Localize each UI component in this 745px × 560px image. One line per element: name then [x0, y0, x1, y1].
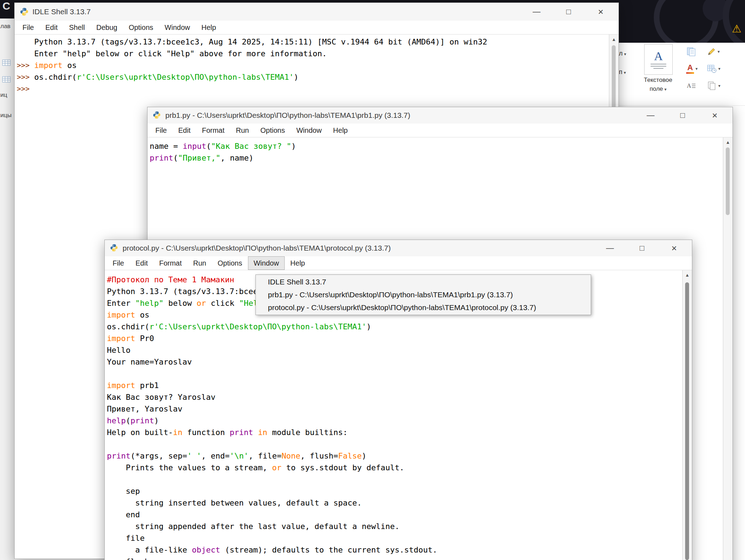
maximize-button[interactable]: □: [637, 240, 647, 256]
code-text: import os: [34, 59, 77, 71]
close-button[interactable]: ×: [710, 107, 720, 124]
code-text: name = input("Как Вас зовут? "): [150, 140, 296, 152]
menu-run[interactable]: Run: [187, 256, 212, 270]
window-title: prb1.py - C:\Users\uprkt\Desktop\ПО\pyth…: [165, 111, 410, 120]
code-line: a file-like object (stream); defaults to…: [107, 544, 682, 556]
code-text: import Pr0: [107, 333, 154, 344]
vertical-scrollbar[interactable]: ▲: [682, 270, 692, 560]
code-text: Prints the values to a stream, or to sys…: [107, 462, 404, 473]
menu-format[interactable]: Format: [154, 256, 187, 270]
menu-help[interactable]: Help: [196, 21, 222, 34]
menu-options[interactable]: Options: [255, 124, 291, 137]
text-box-label[interactable]: Текстовое поле▾: [633, 75, 683, 94]
code-text: string appended after the last value, de…: [107, 520, 399, 532]
code-line: os.chdir(r'C:\Users\uprkt\Desktop\ПО\pyt…: [107, 321, 682, 333]
window-menu-dropdown: IDLE Shell 3.13.7prb1.py - C:\Users\uprk…: [255, 274, 591, 315]
menu-shell[interactable]: Shell: [63, 21, 90, 34]
code-line: name = input("Как Вас зовут? "): [150, 140, 723, 152]
chevron-down-icon: ▾: [718, 66, 720, 71]
code-text: Привет, Yaroslav: [107, 403, 182, 415]
titlebar[interactable]: prb1.py - C:\Users\uprkt\Desktop\ПО\pyth…: [148, 107, 733, 124]
menu-edit[interactable]: Edit: [40, 21, 63, 34]
code-text: Python 3.13.7 (tags/v3.13.7:bcee1c3, Aug…: [34, 36, 487, 48]
menu-help[interactable]: Help: [285, 256, 311, 270]
close-button[interactable]: ×: [669, 240, 679, 256]
table-icon: [2, 59, 11, 67]
ribbon-partial-label: л▾: [619, 50, 626, 57]
menu-file[interactable]: File: [107, 256, 130, 270]
minimize-button[interactable]: —: [605, 240, 615, 256]
pages-icon-button[interactable]: [686, 46, 703, 58]
menu-edit[interactable]: Edit: [130, 256, 153, 270]
table-clock-button[interactable]: ▾: [707, 63, 723, 75]
vertical-scrollbar[interactable]: ▲: [723, 137, 733, 560]
chevron-down-icon: ▾: [718, 49, 720, 54]
protocol-editor-window: protocol.py - C:\Users\uprkt\Desktop\ПО\…: [104, 240, 692, 560]
scroll-up-icon[interactable]: ▲: [723, 140, 733, 145]
scroll-up-icon[interactable]: ▲: [609, 37, 619, 42]
code-text: [107, 368, 112, 380]
menu-format[interactable]: Format: [196, 124, 230, 137]
code-line: sep: [107, 485, 682, 497]
shell-prompt: >>>: [15, 83, 34, 95]
menu-debug[interactable]: Debug: [90, 21, 123, 34]
font-color-button[interactable]: A ▾: [686, 63, 703, 75]
python-icon: [110, 244, 119, 253]
logo-ring-icon: [723, 0, 745, 43]
scrollbar-thumb[interactable]: [685, 282, 689, 560]
code-line: Prints the values to a stream, or to sys…: [107, 462, 682, 473]
code-text: Как Вас зовут? Yaroslav: [107, 391, 216, 403]
python-icon: [20, 7, 29, 16]
scrollbar-thumb[interactable]: [726, 147, 730, 215]
copy-page-button[interactable]: ▾: [707, 80, 723, 92]
edit-pencil-button[interactable]: ▾: [707, 46, 723, 58]
menu-window[interactable]: Window: [159, 21, 196, 34]
menu-file[interactable]: File: [17, 21, 40, 34]
text-line-icon: [651, 64, 666, 64]
maximize-button[interactable]: □: [564, 3, 574, 21]
minimize-button[interactable]: —: [532, 3, 542, 21]
code-line: Enter "help" below or click "Help" above…: [15, 48, 609, 59]
menu-window[interactable]: Window: [248, 256, 285, 270]
code-text: Enter "help" below or click "Help" above…: [34, 48, 327, 59]
code-line: print("Привет,", name): [150, 152, 723, 164]
code-line: >>>os.chdir(r'C:\Users\uprkt\Desktop\ПО\…: [15, 71, 609, 83]
code-line: print(*args, sep=' ', end='\n', file=Non…: [107, 450, 682, 462]
ribbon-partial-label: п▾: [619, 68, 626, 76]
code-text: a file-like object (stream); defaults to…: [107, 544, 437, 556]
window-menu-item[interactable]: prb1.py - C:\Users\uprkt\Desktop\ПО\pyth…: [256, 288, 591, 301]
menu-options[interactable]: Options: [123, 21, 159, 34]
minimize-button[interactable]: —: [646, 107, 656, 124]
chevron-down-icon: ▾: [718, 83, 720, 88]
chevron-down-icon: ▾: [695, 66, 698, 71]
menu-help[interactable]: Help: [327, 124, 353, 137]
text-line-icon: [651, 66, 666, 67]
window-menu-item[interactable]: protocol.py - C:\Users\uprkt\Desktop\ПО\…: [256, 301, 591, 314]
code-text: help(print): [107, 415, 159, 426]
scroll-up-icon[interactable]: ▲: [683, 272, 692, 278]
desktop: C ⚠ лав иц ицы л▾ п▾ A Текстовое поле▾: [0, 0, 745, 560]
svg-text:A: A: [687, 83, 691, 89]
code-line: >>>: [15, 83, 609, 95]
code-text: os.chdir(r'C:\Users\uprkt\Desktop\ПО\pyt…: [107, 321, 371, 333]
menubar: FileEditFormatRunOptionsWindowHelp: [105, 256, 692, 270]
table-icon: [2, 76, 11, 84]
menu-file[interactable]: File: [150, 124, 172, 137]
titlebar[interactable]: protocol.py - C:\Users\uprkt\Desktop\ПО\…: [105, 240, 692, 256]
code-text: import os: [107, 309, 149, 321]
color-bar-icon: [686, 72, 694, 74]
code-line: Help on built-in function print in modul…: [107, 426, 682, 438]
text-box-button[interactable]: A: [644, 44, 673, 75]
menu-run[interactable]: Run: [230, 124, 255, 137]
close-button[interactable]: ×: [596, 3, 606, 21]
window-menu-item[interactable]: IDLE Shell 3.13.7: [256, 276, 591, 288]
maximize-button[interactable]: □: [678, 107, 688, 124]
menu-window[interactable]: Window: [291, 124, 327, 137]
menu-options[interactable]: Options: [212, 256, 248, 270]
titlebar[interactable]: IDLE Shell 3.13.7 — □ ×: [15, 3, 619, 21]
code-line: >>>import os: [15, 59, 609, 71]
menu-edit[interactable]: Edit: [172, 124, 196, 137]
text-line-icon: [653, 68, 663, 69]
background-left-strip: лав иц ицы: [0, 19, 14, 560]
text-settings-button[interactable]: A: [686, 80, 703, 92]
